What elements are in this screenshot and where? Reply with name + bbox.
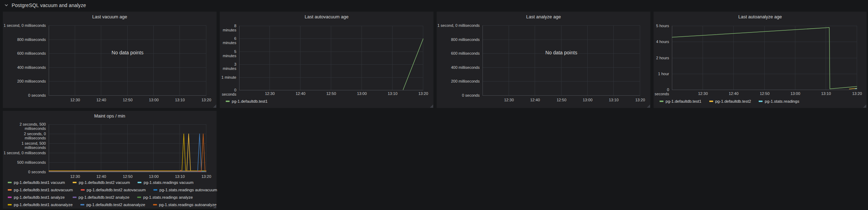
x-axis-label: 12:30 <box>260 91 280 96</box>
series-color-swatch <box>8 182 12 183</box>
legend-item[interactable]: pg-1.stats.readings autovacuum <box>153 188 217 192</box>
legend-item[interactable]: pg-1.stats.readings vacuum <box>138 180 193 185</box>
legend-item[interactable]: pg-1.defaultdb.test2 analyze <box>73 195 130 199</box>
legend-item[interactable]: pg-1.defaultdb.test1 analyze <box>8 195 65 199</box>
legend-label: pg-1.defaultdb.test2 vacuum <box>79 180 130 185</box>
legend-item[interactable]: pg-1.stats.readings analyze <box>137 195 193 199</box>
legend-label: pg-1.stats.readings autoanalyze <box>159 203 217 207</box>
x-axis-label: 12:50 <box>118 98 138 102</box>
legend-item[interactable]: pg-1.defaultdb.test1 vacuum <box>8 180 65 185</box>
panel-resize-handle[interactable] <box>213 205 216 208</box>
y-axis-label: 1 second, 500 milliseconds <box>3 141 46 150</box>
x-axis-label: 12:30 <box>65 98 85 102</box>
legend-label: pg-1.defaultdb.test2 <box>715 99 751 103</box>
series-color-swatch <box>137 197 141 198</box>
legend-label: pg-1.defaultdb.test2 autoanalyze <box>86 203 145 207</box>
y-axis-label: 800 milliseconds <box>437 37 480 42</box>
y-axis-label: 200 milliseconds <box>437 79 480 83</box>
legend-label: pg-1.defaultdb.test1 vacuum <box>14 180 65 185</box>
plot-area[interactable] <box>49 25 206 95</box>
legend-label: pg-1.defaultdb.test1 analyze <box>14 195 65 199</box>
legend-label: pg-1.defaultdb.test1 <box>666 99 702 103</box>
legend: pg-1.defaultdb.test1 vacuumpg-1.defaultd… <box>8 180 217 207</box>
panel-title[interactable]: Last autoanalyze age <box>654 14 867 19</box>
x-axis-label: 12:40 <box>91 174 111 179</box>
x-axis-label: 12:30 <box>65 174 85 179</box>
panel-resize-handle[interactable] <box>430 104 433 108</box>
x-axis-label: 13:10 <box>383 91 402 96</box>
legend-item[interactable]: pg-1.defaultdb.test2 autoanalyze <box>80 203 145 207</box>
no-data-message: No data points <box>545 50 577 55</box>
legend-item[interactable]: pg-1.stats.readings autoanalyze <box>153 203 217 207</box>
legend-row: pg-1.defaultdb.test1 <box>226 99 268 103</box>
x-axis-label: 13:00 <box>144 98 164 102</box>
grafana-dashboard: PostgreSQL vacuum and analyze Last vacuu… <box>0 0 868 210</box>
plot-area[interactable] <box>239 26 423 90</box>
x-axis-label: 12:40 <box>724 91 743 96</box>
y-axis-label: 500 milliseconds <box>3 160 46 164</box>
legend-item[interactable]: pg-1.defaultdb.test1 autoanalyze <box>8 203 73 207</box>
plot-area[interactable] <box>49 124 206 172</box>
x-axis-label: 12:40 <box>291 91 310 96</box>
legend-item[interactable]: pg-1.defaultdb.test1 <box>660 99 702 103</box>
y-axis-label: 5 minutes <box>220 49 236 58</box>
panel-last-analyze-age: Last analyze age1 second, 0 milliseconds… <box>437 12 650 108</box>
x-axis-label: 13:20 <box>630 98 650 102</box>
panel-title[interactable]: Maint ops / min <box>3 113 217 119</box>
legend-row: pg-1.defaultdb.test1 analyzepg-1.default… <box>8 195 217 199</box>
panel-title[interactable]: Last vacuum age <box>3 14 217 19</box>
series-color-swatch <box>660 101 663 102</box>
series-color-swatch <box>73 197 77 198</box>
legend-label: pg-1.defaultdb.test1 <box>232 99 268 103</box>
panel-title[interactable]: Last autovacuum age <box>220 14 433 19</box>
dashboard-row-header[interactable]: PostgreSQL vacuum and analyze <box>0 0 86 11</box>
x-axis-label: 13:20 <box>196 174 216 179</box>
panel-title[interactable]: Last analyze age <box>437 14 650 19</box>
y-axis-label: 0 seconds <box>3 170 46 174</box>
legend-item[interactable]: pg-1.defaultdb.test2 autovacuum <box>81 188 146 192</box>
legend-label: pg-1.stats.readings autovacuum <box>159 188 217 192</box>
panel-resize-handle[interactable] <box>863 104 866 108</box>
legend-row: pg-1.defaultdb.test1 vacuumpg-1.defaultd… <box>8 180 217 185</box>
y-axis-label: 6 minutes <box>220 36 236 45</box>
legend-item[interactable]: pg-1.defaultdb.test1 <box>226 99 268 103</box>
x-axis-label: 12:50 <box>755 91 775 96</box>
legend-label: pg-1.stats.readings vacuum <box>144 180 193 185</box>
y-axis-label: 200 milliseconds <box>3 79 46 83</box>
panel-last-autovacuum-age: Last autovacuum age8 minutes6 minutes5 m… <box>220 12 433 108</box>
x-axis-label: 12:50 <box>321 91 341 96</box>
y-axis-label: 4 hours <box>654 40 669 44</box>
y-axis-label: 1 second, 0 milliseconds <box>3 151 46 155</box>
panel-last-vacuum-age: Last vacuum age1 second, 0 milliseconds8… <box>3 12 217 108</box>
y-axis-label: 8 minutes <box>220 24 236 32</box>
legend-item[interactable]: pg-1.defaultdb.test2 <box>709 99 751 103</box>
y-axis-label: 600 milliseconds <box>437 51 480 55</box>
x-axis-label: 12:40 <box>91 98 111 102</box>
plot-area[interactable] <box>672 26 857 90</box>
legend-label: pg-1.stats.readings <box>765 99 799 103</box>
x-axis-label: 12:30 <box>499 98 519 102</box>
y-axis-label: 0 seconds <box>220 88 236 96</box>
y-axis-label: 0 seconds <box>654 88 669 96</box>
legend-label: pg-1.defaultdb.test2 analyze <box>79 195 130 199</box>
plot-area[interactable] <box>482 25 640 95</box>
y-axis-label: 400 milliseconds <box>437 65 480 70</box>
x-axis-label: 12:40 <box>525 98 545 102</box>
legend-item[interactable]: pg-1.defaultdb.test1 autovacuum <box>8 188 73 192</box>
x-axis-label: 13:20 <box>847 91 867 96</box>
row-title: PostgreSQL vacuum and analyze <box>12 2 86 8</box>
legend-item[interactable]: pg-1.stats.readings <box>759 99 799 103</box>
y-axis-label: 2 seconds, 0 milliseconds <box>3 132 46 140</box>
y-axis-label: 1 second, 0 milliseconds <box>437 23 480 28</box>
series-line-pg-1-stats-readings <box>855 89 857 89</box>
legend-item[interactable]: pg-1.defaultdb.test2 vacuum <box>73 180 130 185</box>
x-axis-label: 13:10 <box>170 174 190 179</box>
chevron-down-icon[interactable] <box>4 3 8 7</box>
y-axis-label: 2 hours <box>654 56 669 60</box>
legend-label: pg-1.defaultdb.test1 autoanalyze <box>14 203 73 207</box>
x-axis-label: 13:00 <box>578 98 597 102</box>
panel-resize-handle[interactable] <box>213 104 216 108</box>
legend-label: pg-1.defaultdb.test2 autovacuum <box>87 188 146 192</box>
series-color-swatch <box>81 189 85 191</box>
panel-resize-handle[interactable] <box>647 104 650 108</box>
